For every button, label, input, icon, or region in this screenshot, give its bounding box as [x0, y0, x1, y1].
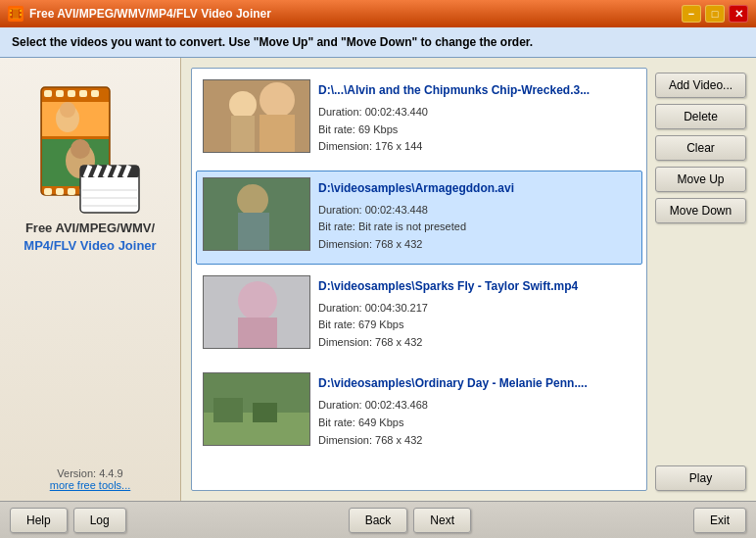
close-button[interactable]: ✕: [729, 5, 748, 23]
svg-point-36: [229, 91, 257, 119]
video-thumbnail: [203, 177, 310, 251]
content-area: Free AVI/MPEG/WMV/ MP4/FLV Video Joiner …: [0, 58, 756, 501]
bottom-center-buttons: Back Next: [349, 508, 471, 533]
video-filename: D:\videosamples\Ordinary Day - Melanie P…: [318, 376, 628, 390]
next-button[interactable]: Next: [413, 508, 471, 533]
instruction-bar: Select the videos you want to convert. U…: [0, 27, 756, 58]
video-dimension: Dimension: 176 x 144: [318, 138, 628, 156]
clear-button[interactable]: Clear: [655, 135, 746, 161]
video-dimension: Dimension: 768 x 432: [318, 236, 628, 254]
svg-rect-1: [10, 10, 12, 12]
main-window: Select the videos you want to convert. U…: [0, 27, 756, 538]
svg-rect-9: [68, 90, 75, 97]
move-down-button[interactable]: Move Down: [655, 198, 746, 223]
app-name: Free AVI/MPEG/WMV/ MP4/FLV Video Joiner: [24, 220, 156, 255]
delete-button[interactable]: Delete: [655, 104, 746, 129]
svg-point-19: [60, 102, 75, 118]
svg-rect-14: [68, 188, 75, 195]
title-bar-controls: − □ ✕: [682, 5, 748, 23]
video-dimension: Dimension: 768 x 432: [318, 334, 628, 352]
svg-rect-37: [231, 116, 255, 153]
svg-rect-4: [20, 14, 22, 16]
app-logo: [26, 73, 154, 220]
video-info: D:\videosamples\Ordinary Day - Melanie P…: [310, 372, 636, 453]
video-bitrate: Bit rate: 69 Kbps: [318, 122, 628, 139]
video-item[interactable]: D:\...\Alvin and the Chipmunks Chip-Wrec…: [196, 73, 642, 167]
svg-point-22: [71, 139, 90, 159]
back-button[interactable]: Back: [349, 508, 408, 533]
maximize-button[interactable]: □: [705, 5, 725, 23]
svg-rect-13: [56, 188, 64, 195]
svg-rect-5: [13, 9, 19, 19]
video-bitrate: Bit rate: Bit rate is not preseted: [318, 219, 628, 236]
video-list[interactable]: D:\...\Alvin and the Chipmunks Chip-Wrec…: [191, 68, 647, 491]
video-bitrate: Bit rate: 649 Kbps: [318, 415, 628, 432]
sidebar: Free AVI/MPEG/WMV/ MP4/FLV Video Joiner …: [0, 58, 181, 501]
bottom-right-buttons: Exit: [693, 508, 746, 533]
svg-rect-7: [44, 90, 52, 97]
video-duration: Duration: 00:04:30.217: [318, 300, 628, 318]
video-bitrate: Bit rate: 679 Kbps: [318, 317, 628, 334]
video-info: D:\...\Alvin and the Chipmunks Chip-Wrec…: [310, 79, 636, 160]
title-bar: Free AVI/MPEG/WMV/MP4/FLV Video Joiner −…: [0, 0, 756, 27]
action-buttons-panel: Add Video... Delete Clear Move Up Move D…: [655, 68, 746, 491]
svg-rect-50: [204, 373, 310, 446]
bottom-bar: Help Log Back Next Exit: [0, 501, 756, 538]
video-thumbnail: [203, 79, 310, 153]
svg-rect-11: [91, 90, 99, 97]
log-button[interactable]: Log: [73, 508, 126, 533]
play-button[interactable]: Play: [655, 465, 746, 491]
video-thumbnail: [203, 372, 310, 446]
app-name-line1: Free AVI/MPEG/WMV/: [25, 220, 155, 235]
svg-rect-41: [204, 178, 310, 251]
video-item[interactable]: D:\videosamples\Ordinary Day - Melanie P…: [196, 366, 642, 460]
video-duration: Duration: 00:02:43.468: [318, 397, 628, 415]
app-icon: [8, 6, 24, 22]
video-meta: Duration: 00:02:43.448 Bit rate: Bit rat…: [318, 202, 628, 254]
video-meta: Duration: 00:02:43.468 Bit rate: 649 Kbp…: [318, 397, 628, 449]
svg-point-34: [260, 82, 295, 118]
bottom-left-buttons: Help Log: [10, 508, 126, 533]
version-label: Version: 4.4.9: [57, 467, 122, 479]
video-meta: Duration: 00:04:30.217 Bit rate: 679 Kbp…: [318, 300, 628, 352]
svg-rect-45: [204, 276, 310, 349]
more-tools-link[interactable]: more free tools...: [50, 479, 131, 491]
move-up-button[interactable]: Move Up: [655, 167, 746, 192]
svg-rect-10: [79, 90, 87, 97]
minimize-button[interactable]: −: [682, 5, 701, 23]
help-button[interactable]: Help: [10, 508, 68, 533]
video-thumbnail: [203, 275, 310, 349]
svg-rect-35: [260, 115, 295, 153]
svg-rect-8: [56, 90, 64, 97]
video-meta: Duration: 00:02:43.440 Bit rate: 69 Kbps…: [318, 104, 628, 156]
svg-rect-12: [44, 188, 52, 195]
video-info: D:\videosamples\Armagegddon.avi Duration…: [310, 177, 636, 258]
video-info: D:\videosamples\Sparks Fly - Taylor Swif…: [310, 275, 636, 356]
video-filename: D:\videosamples\Armagegddon.avi: [318, 181, 628, 195]
video-duration: Duration: 00:02:43.448: [318, 202, 628, 220]
video-item[interactable]: D:\videosamples\Sparks Fly - Taylor Swif…: [196, 269, 642, 363]
svg-rect-3: [20, 10, 22, 12]
svg-rect-2: [10, 14, 12, 16]
instruction-text: Select the videos you want to convert. U…: [12, 35, 533, 49]
add-video-button[interactable]: Add Video...: [655, 73, 746, 98]
title-bar-text: Free AVI/MPEG/WMV/MP4/FLV Video Joiner: [29, 7, 676, 21]
video-filename: D:\...\Alvin and the Chipmunks Chip-Wrec…: [318, 83, 628, 97]
video-filename: D:\videosamples\Sparks Fly - Taylor Swif…: [318, 279, 628, 293]
exit-button[interactable]: Exit: [693, 508, 746, 533]
video-duration: Duration: 00:02:43.440: [318, 104, 628, 122]
main-panel: D:\...\Alvin and the Chipmunks Chip-Wrec…: [181, 58, 756, 501]
video-item[interactable]: D:\videosamples\Armagegddon.avi Duration…: [196, 171, 642, 265]
video-dimension: Dimension: 768 x 432: [318, 432, 628, 450]
app-name-line2: MP4/FLV Video Joiner: [24, 238, 156, 253]
